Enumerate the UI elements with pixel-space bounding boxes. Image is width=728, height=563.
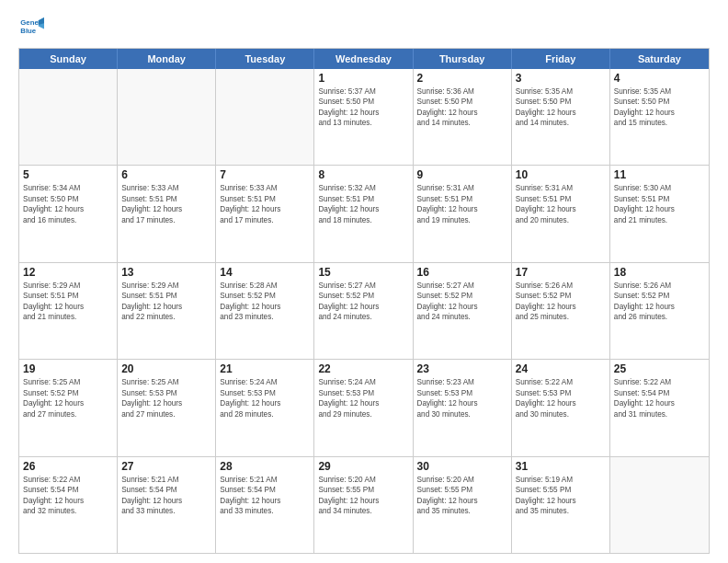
cell-info: Sunrise: 5:20 AM Sunset: 5:55 PM Dayligh… bbox=[318, 475, 408, 517]
cell-info: Sunrise: 5:37 AM Sunset: 5:50 PM Dayligh… bbox=[318, 86, 408, 129]
calendar-cell: 19Sunrise: 5:25 AM Sunset: 5:52 PM Dayli… bbox=[19, 360, 118, 455]
cell-info: Sunrise: 5:29 AM Sunset: 5:51 PM Dayligh… bbox=[23, 281, 113, 323]
day-header-friday: Friday bbox=[512, 49, 610, 69]
calendar-cell: 16Sunrise: 5:27 AM Sunset: 5:52 PM Dayli… bbox=[414, 263, 512, 359]
cell-date: 6 bbox=[121, 168, 211, 181]
cell-info: Sunrise: 5:35 AM Sunset: 5:50 PM Dayligh… bbox=[516, 86, 606, 129]
cell-date: 29 bbox=[318, 460, 408, 473]
cell-info: Sunrise: 5:28 AM Sunset: 5:52 PM Dayligh… bbox=[220, 281, 310, 323]
cell-info: Sunrise: 5:22 AM Sunset: 5:53 PM Dayligh… bbox=[516, 377, 606, 419]
calendar-row-4: 26Sunrise: 5:22 AM Sunset: 5:54 PM Dayli… bbox=[19, 456, 709, 553]
calendar-cell: 25Sunrise: 5:22 AM Sunset: 5:54 PM Dayli… bbox=[610, 360, 709, 455]
cell-date: 20 bbox=[121, 362, 211, 375]
cell-info: Sunrise: 5:19 AM Sunset: 5:55 PM Dayligh… bbox=[516, 475, 606, 517]
day-header-saturday: Saturday bbox=[610, 49, 709, 69]
calendar-cell: 27Sunrise: 5:21 AM Sunset: 5:54 PM Dayli… bbox=[118, 457, 216, 553]
cell-date: 13 bbox=[121, 266, 211, 279]
cell-info: Sunrise: 5:21 AM Sunset: 5:54 PM Dayligh… bbox=[121, 475, 211, 517]
logo: General Blue bbox=[18, 15, 48, 40]
calendar-cell bbox=[216, 69, 314, 165]
header: General Blue bbox=[18, 15, 710, 40]
cell-date: 2 bbox=[417, 72, 507, 85]
cell-info: Sunrise: 5:27 AM Sunset: 5:52 PM Dayligh… bbox=[417, 281, 507, 323]
cell-info: Sunrise: 5:29 AM Sunset: 5:51 PM Dayligh… bbox=[121, 281, 211, 323]
calendar-cell: 21Sunrise: 5:24 AM Sunset: 5:53 PM Dayli… bbox=[216, 360, 314, 455]
day-header-tuesday: Tuesday bbox=[216, 49, 314, 69]
cell-info: Sunrise: 5:24 AM Sunset: 5:53 PM Dayligh… bbox=[220, 377, 310, 419]
cell-date: 24 bbox=[516, 362, 606, 375]
cell-date: 17 bbox=[516, 266, 606, 279]
cell-date: 30 bbox=[417, 460, 507, 473]
calendar-cell: 8Sunrise: 5:32 AM Sunset: 5:51 PM Daylig… bbox=[314, 166, 413, 261]
calendar-cell: 26Sunrise: 5:22 AM Sunset: 5:54 PM Dayli… bbox=[19, 457, 118, 553]
cell-date: 11 bbox=[614, 168, 705, 181]
calendar-cell: 29Sunrise: 5:20 AM Sunset: 5:55 PM Dayli… bbox=[314, 457, 413, 553]
calendar-row-3: 19Sunrise: 5:25 AM Sunset: 5:52 PM Dayli… bbox=[19, 359, 709, 455]
calendar-cell: 18Sunrise: 5:26 AM Sunset: 5:52 PM Dayli… bbox=[610, 263, 709, 359]
cell-date: 10 bbox=[516, 168, 606, 181]
calendar-cell: 24Sunrise: 5:22 AM Sunset: 5:53 PM Dayli… bbox=[512, 360, 610, 455]
cell-date: 23 bbox=[417, 362, 507, 375]
cell-date: 28 bbox=[220, 460, 310, 473]
calendar-cell: 22Sunrise: 5:24 AM Sunset: 5:53 PM Dayli… bbox=[314, 360, 413, 455]
cell-date: 5 bbox=[23, 168, 113, 181]
calendar-cell: 15Sunrise: 5:27 AM Sunset: 5:52 PM Dayli… bbox=[314, 263, 413, 359]
page: General Blue SundayMondayTuesdayWednesda… bbox=[0, 0, 728, 563]
calendar-cell: 10Sunrise: 5:31 AM Sunset: 5:51 PM Dayli… bbox=[512, 166, 610, 261]
calendar-cell: 13Sunrise: 5:29 AM Sunset: 5:51 PM Dayli… bbox=[118, 263, 216, 359]
calendar-row-1: 5Sunrise: 5:34 AM Sunset: 5:50 PM Daylig… bbox=[19, 165, 709, 261]
cell-info: Sunrise: 5:21 AM Sunset: 5:54 PM Dayligh… bbox=[220, 475, 310, 517]
calendar-cell: 12Sunrise: 5:29 AM Sunset: 5:51 PM Dayli… bbox=[19, 263, 118, 359]
cell-date: 1 bbox=[318, 72, 408, 85]
calendar-cell bbox=[19, 69, 118, 165]
calendar-cell: 30Sunrise: 5:20 AM Sunset: 5:55 PM Dayli… bbox=[414, 457, 512, 553]
cell-info: Sunrise: 5:31 AM Sunset: 5:51 PM Dayligh… bbox=[417, 183, 507, 225]
cell-info: Sunrise: 5:25 AM Sunset: 5:52 PM Dayligh… bbox=[23, 377, 113, 419]
cell-info: Sunrise: 5:31 AM Sunset: 5:51 PM Dayligh… bbox=[516, 183, 606, 225]
calendar-cell bbox=[118, 69, 216, 165]
svg-text:Blue: Blue bbox=[20, 27, 37, 35]
cell-info: Sunrise: 5:25 AM Sunset: 5:53 PM Dayligh… bbox=[121, 377, 211, 419]
cell-date: 15 bbox=[318, 266, 408, 279]
calendar-cell: 7Sunrise: 5:33 AM Sunset: 5:51 PM Daylig… bbox=[216, 166, 314, 261]
calendar-cell: 20Sunrise: 5:25 AM Sunset: 5:53 PM Dayli… bbox=[118, 360, 216, 455]
calendar-cell: 6Sunrise: 5:33 AM Sunset: 5:51 PM Daylig… bbox=[118, 166, 216, 261]
cell-date: 3 bbox=[516, 72, 606, 85]
calendar-cell: 17Sunrise: 5:26 AM Sunset: 5:52 PM Dayli… bbox=[512, 263, 610, 359]
cell-date: 27 bbox=[121, 460, 211, 473]
day-header-monday: Monday bbox=[118, 49, 216, 69]
calendar-cell: 2Sunrise: 5:36 AM Sunset: 5:50 PM Daylig… bbox=[414, 69, 512, 165]
cell-info: Sunrise: 5:24 AM Sunset: 5:53 PM Dayligh… bbox=[318, 377, 408, 419]
cell-date: 8 bbox=[318, 168, 408, 181]
calendar: SundayMondayTuesdayWednesdayThursdayFrid… bbox=[18, 48, 710, 554]
calendar-cell: 1Sunrise: 5:37 AM Sunset: 5:50 PM Daylig… bbox=[314, 69, 413, 165]
cell-date: 21 bbox=[220, 362, 310, 375]
cell-info: Sunrise: 5:27 AM Sunset: 5:52 PM Dayligh… bbox=[318, 281, 408, 323]
cell-date: 16 bbox=[417, 266, 507, 279]
cell-info: Sunrise: 5:33 AM Sunset: 5:51 PM Dayligh… bbox=[220, 183, 310, 225]
day-header-sunday: Sunday bbox=[19, 49, 118, 69]
calendar-cell: 9Sunrise: 5:31 AM Sunset: 5:51 PM Daylig… bbox=[414, 166, 512, 261]
day-header-wednesday: Wednesday bbox=[314, 49, 413, 69]
cell-info: Sunrise: 5:30 AM Sunset: 5:51 PM Dayligh… bbox=[614, 183, 705, 225]
calendar-row-2: 12Sunrise: 5:29 AM Sunset: 5:51 PM Dayli… bbox=[19, 262, 709, 359]
cell-info: Sunrise: 5:23 AM Sunset: 5:53 PM Dayligh… bbox=[417, 377, 507, 419]
calendar-cell: 5Sunrise: 5:34 AM Sunset: 5:50 PM Daylig… bbox=[19, 166, 118, 261]
cell-date: 22 bbox=[318, 362, 408, 375]
cell-date: 4 bbox=[614, 72, 705, 85]
cell-date: 7 bbox=[220, 168, 310, 181]
calendar-row-0: 1Sunrise: 5:37 AM Sunset: 5:50 PM Daylig… bbox=[19, 69, 709, 165]
calendar-cell: 3Sunrise: 5:35 AM Sunset: 5:50 PM Daylig… bbox=[512, 69, 610, 165]
logo-icon: General Blue bbox=[18, 15, 44, 40]
cell-date: 12 bbox=[23, 266, 113, 279]
cell-info: Sunrise: 5:33 AM Sunset: 5:51 PM Dayligh… bbox=[121, 183, 211, 225]
calendar-cell: 14Sunrise: 5:28 AM Sunset: 5:52 PM Dayli… bbox=[216, 263, 314, 359]
cell-info: Sunrise: 5:36 AM Sunset: 5:50 PM Dayligh… bbox=[417, 86, 507, 129]
cell-info: Sunrise: 5:20 AM Sunset: 5:55 PM Dayligh… bbox=[417, 475, 507, 517]
cell-info: Sunrise: 5:32 AM Sunset: 5:51 PM Dayligh… bbox=[318, 183, 408, 225]
cell-info: Sunrise: 5:22 AM Sunset: 5:54 PM Dayligh… bbox=[23, 475, 113, 517]
calendar-cell bbox=[610, 457, 709, 553]
cell-info: Sunrise: 5:26 AM Sunset: 5:52 PM Dayligh… bbox=[614, 281, 705, 323]
cell-date: 14 bbox=[220, 266, 310, 279]
cell-date: 19 bbox=[23, 362, 113, 375]
